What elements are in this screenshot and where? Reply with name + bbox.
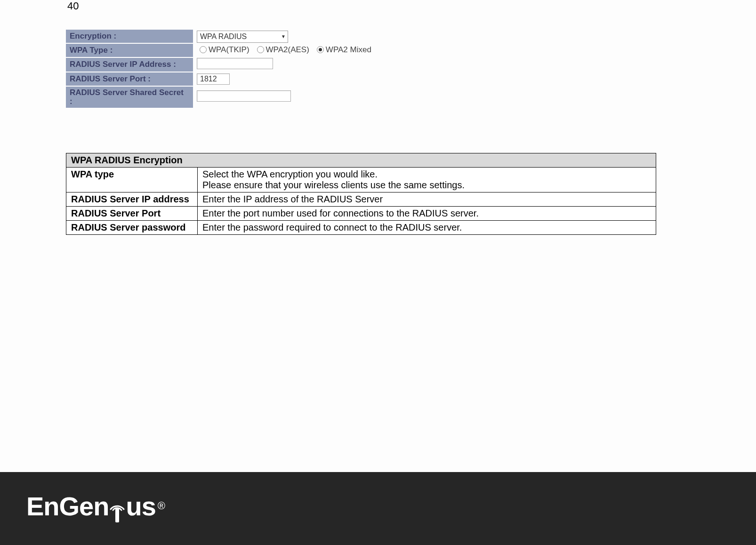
radio-icon	[317, 46, 324, 53]
wpa-tkip-radio[interactable]: WPA(TKIP)	[200, 45, 249, 55]
wpa2-mixed-radio[interactable]: WPA2 Mixed	[317, 45, 371, 55]
radius-secret-input[interactable]	[197, 90, 291, 102]
radio-icon	[200, 46, 207, 53]
wpa2-mixed-label: WPA2 Mixed	[326, 45, 371, 55]
wpa2-aes-radio[interactable]: WPA2(AES)	[257, 45, 309, 55]
brand-logo: EnGen us ®	[26, 491, 165, 521]
encryption-label: Encryption :	[66, 30, 193, 43]
radio-dot-icon	[319, 48, 322, 51]
config-panel: Encryption : WPA RADIUS ▼ WPA Type : WPA…	[66, 30, 372, 109]
wpa2-aes-label: WPA2(AES)	[266, 45, 309, 55]
desc-val-wpa-type: Select the WPA encryption you would like…	[198, 168, 656, 192]
desc-val-radius-port: Enter the port number used for connectio…	[198, 207, 656, 221]
page-number: 40	[67, 0, 79, 12]
desc-val-radius-password: Enter the password required to connect t…	[198, 221, 656, 235]
registered-mark-icon: ®	[158, 500, 165, 512]
desc-key-radius-ip: RADIUS Server IP address	[66, 192, 198, 207]
encryption-select-value: WPA RADIUS	[200, 32, 247, 41]
brand-text-post: us	[126, 491, 155, 521]
brand-text-pre: EnGen	[26, 491, 109, 521]
desc-key-wpa-type: WPA type	[66, 168, 198, 192]
footer-bar: EnGen us ®	[0, 472, 756, 545]
desc-key-radius-port: RADIUS Server Port	[66, 207, 198, 221]
desc-val-radius-ip: Enter the IP address of the RADIUS Serve…	[198, 192, 656, 207]
radius-secret-label: RADIUS Server Shared Secret :	[66, 86, 193, 108]
radio-icon	[257, 46, 264, 53]
chevron-down-icon: ▼	[281, 34, 286, 39]
radius-port-label: RADIUS Server Port :	[66, 72, 193, 86]
wpa-type-radio-group: WPA(TKIP) WPA2(AES) WPA2 Mixed	[197, 45, 371, 55]
radius-port-input[interactable]: 1812	[197, 73, 230, 85]
wpa-type-label: WPA Type :	[66, 43, 193, 57]
wifi-icon	[109, 501, 125, 522]
desc-key-radius-password: RADIUS Server password	[66, 221, 198, 235]
encryption-select[interactable]: WPA RADIUS ▼	[197, 31, 288, 43]
wpa-tkip-label: WPA(TKIP)	[209, 45, 249, 55]
radius-ip-input[interactable]	[197, 58, 273, 69]
radius-ip-label: RADIUS Server IP Address :	[66, 57, 193, 72]
description-table: WPA RADIUS Encryption WPA type Select th…	[66, 153, 656, 235]
description-header: WPA RADIUS Encryption	[66, 153, 656, 168]
